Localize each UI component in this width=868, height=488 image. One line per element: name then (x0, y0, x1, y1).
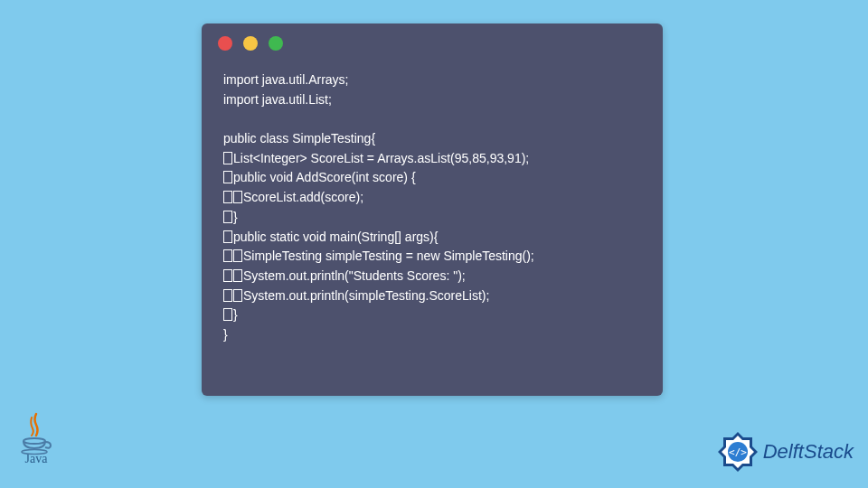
code-line: System.out.println("Students Scores: "); (243, 268, 466, 283)
code-line: } (233, 307, 238, 322)
code-line: } (233, 210, 238, 224)
code-content: import java.util.Arrays; import java.uti… (202, 60, 663, 356)
svg-point-0 (24, 438, 45, 444)
code-line: ScoreList.add(score); (243, 190, 363, 204)
delftstack-icon: </> (716, 430, 760, 474)
code-line: public static void main(String[] args){ (233, 230, 438, 244)
minimize-icon (243, 36, 258, 51)
code-line: List<Integer> ScoreList = Arrays.asList(… (233, 151, 529, 165)
java-cup-icon (19, 412, 53, 450)
code-line: public class SimpleTesting{ (223, 131, 375, 145)
code-line: } (223, 327, 228, 342)
delftstack-logo: </> DelftStack (716, 430, 854, 474)
delftstack-text: DelftStack (763, 440, 854, 464)
code-line: import java.util.Arrays; (223, 72, 348, 87)
code-line: SimpleTesting simpleTesting = new Simple… (243, 249, 534, 263)
maximize-icon (269, 36, 283, 51)
code-line: System.out.println(simpleTesting.ScoreLi… (243, 288, 489, 303)
code-window: import java.util.Arrays; import java.uti… (202, 23, 663, 396)
svg-point-1 (22, 450, 47, 455)
close-icon (218, 36, 232, 51)
code-line: public void AddScore(int score) { (233, 170, 416, 184)
traffic-lights (202, 23, 663, 60)
java-logo: Java (13, 412, 60, 477)
code-line: import java.util.List; (223, 92, 332, 107)
svg-text:</>: </> (729, 446, 747, 458)
